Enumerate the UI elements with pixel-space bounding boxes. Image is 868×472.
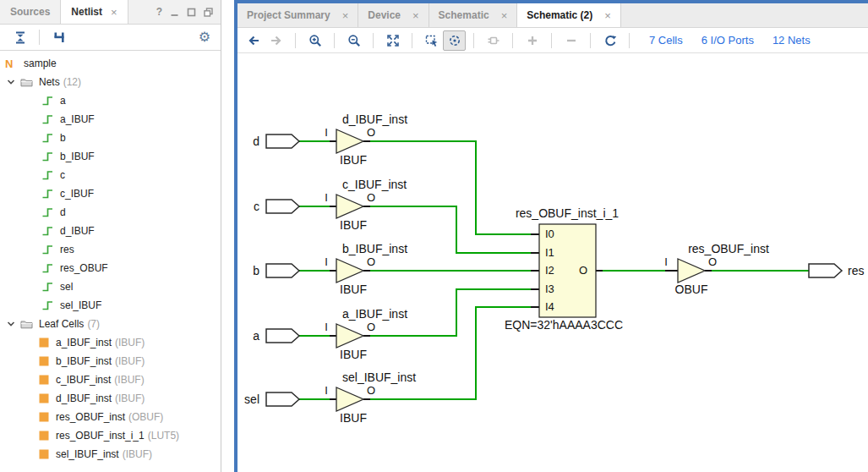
tab-schematic-2[interactable]: Schematic (2) × — [517, 3, 621, 27]
minimize-icon[interactable] — [170, 8, 179, 17]
output-port-res[interactable]: res — [809, 264, 864, 277]
input-port-a[interactable]: a — [253, 329, 299, 343]
tab-label: Schematic (2) — [527, 9, 592, 21]
vivado-window: Sources Netlist × ? — [0, 0, 868, 472]
port-label: b — [253, 264, 259, 277]
close-icon[interactable]: × — [111, 7, 117, 18]
port-label: d — [253, 134, 259, 148]
schematic-canvas[interactable]: d I O d_IBUF_inst IBUF c — [237, 53, 867, 471]
tree-net-c[interactable]: c — [0, 166, 221, 184]
net-label: sel_IBUF — [60, 299, 101, 311]
tree-net-c_IBUF[interactable]: c_IBUF — [0, 184, 221, 203]
zoom-fit-button[interactable] — [381, 30, 404, 51]
add-cell-button-disabled[interactable] — [482, 30, 505, 51]
cell-icon — [39, 449, 49, 459]
tab-netlist[interactable]: Netlist × — [60, 0, 128, 24]
ibuf-gate-sel[interactable]: I O sel_IBUF_inst IBUF — [325, 370, 416, 425]
input-port-d[interactable]: d — [253, 134, 299, 148]
tree-net-d_IBUF[interactable]: d_IBUF — [0, 222, 221, 240]
tree-net-res[interactable]: res — [0, 240, 221, 259]
toolbar-separator — [473, 33, 474, 48]
back-button[interactable] — [242, 30, 265, 51]
pin-label: O — [708, 255, 717, 268]
pin-label: O — [367, 255, 375, 268]
zoom-out-button[interactable] — [342, 30, 365, 51]
ibuf-gate-b[interactable]: I O b_IBUF_inst IBUF — [325, 242, 407, 296]
net-icon — [41, 169, 53, 181]
tree-cell-res_OBUF_inst_i_1[interactable]: res_OBUF_inst_i_1(LUT5) — [0, 426, 221, 445]
tab-device[interactable]: Device × — [358, 3, 429, 27]
autofit-selection-button[interactable] — [443, 30, 466, 51]
tree-net-res_OBUF[interactable]: res_OBUF — [0, 259, 221, 277]
tab-sources[interactable]: Sources — [0, 0, 60, 24]
cell-type-label: IBUF — [340, 283, 367, 296]
close-icon[interactable]: × — [604, 10, 611, 21]
tab-label: Device — [368, 9, 401, 21]
tree-group-leaf-cells[interactable]: Leaf Cells (7) — [0, 315, 221, 333]
cell-icon — [39, 412, 49, 422]
chevron-down-icon[interactable] — [6, 319, 16, 329]
ibuf-gate-d[interactable]: I O d_IBUF_inst IBUF — [325, 113, 407, 167]
toolbar-separator — [590, 33, 591, 48]
tab-schematic[interactable]: Schematic × — [429, 3, 518, 27]
net-icon — [41, 262, 53, 274]
cell-label: sel_IBUF_inst — [56, 448, 119, 460]
instance-label: res_OBUF_inst — [688, 242, 769, 255]
ibuf-gate-c[interactable]: I O c_IBUF_inst IBUF — [325, 178, 407, 232]
tree-cell-c_IBUF_inst[interactable]: c_IBUF_inst(IBUF) — [0, 370, 221, 389]
tree-cell-a_IBUF_inst[interactable]: a_IBUF_inst(IBUF) — [0, 333, 221, 352]
ibuf-gate-a[interactable]: I O a_IBUF_inst IBUF — [325, 307, 407, 361]
tree-node-sample[interactable]: N sample — [0, 54, 221, 73]
chevron-down-icon[interactable] — [6, 77, 16, 87]
io-ports-count-link[interactable]: 6 I/O Ports — [701, 34, 754, 47]
tree-net-a[interactable]: a — [0, 91, 221, 110]
zoom-in-button[interactable] — [303, 30, 326, 51]
close-icon[interactable]: × — [342, 10, 349, 21]
instance-label: c_IBUF_inst — [342, 178, 407, 191]
instance-label: sel_IBUF_inst — [342, 370, 416, 384]
cell-type: (LUT5) — [148, 430, 179, 442]
cell-type: (IBUF) — [123, 448, 152, 460]
tree-net-b_IBUF[interactable]: b_IBUF — [0, 147, 221, 166]
help-icon[interactable]: ? — [156, 6, 162, 18]
tree-cell-d_IBUF_inst[interactable]: d_IBUF_inst(IBUF) — [0, 389, 221, 408]
float-icon[interactable] — [204, 8, 213, 17]
tree-cell-b_IBUF_inst[interactable]: b_IBUF_inst(IBUF) — [0, 352, 221, 370]
obuf-gate[interactable]: I O res_OBUF_inst OBUF — [664, 242, 769, 296]
tree-net-sel_IBUF[interactable]: sel_IBUF — [0, 296, 221, 315]
tree-group-nets[interactable]: Nets (12) — [0, 73, 221, 91]
maximize-icon[interactable] — [187, 8, 196, 17]
close-icon[interactable]: × — [412, 10, 419, 21]
collapse-all-button[interactable] — [8, 27, 31, 47]
plus-button-disabled[interactable] — [521, 30, 543, 51]
zoom-to-selection-button[interactable] — [420, 30, 443, 51]
cells-count-link[interactable]: 7 Cells — [649, 34, 683, 47]
show-hierarchy-button[interactable] — [47, 27, 70, 47]
input-port-sel[interactable]: sel — [244, 392, 299, 406]
tab-project-summary[interactable]: Project Summary × — [237, 3, 358, 27]
tree-net-a_IBUF[interactable]: a_IBUF — [0, 110, 221, 129]
toolbar-separator — [412, 33, 412, 48]
tree-cell-sel_IBUF_inst[interactable]: sel_IBUF_inst(IBUF) — [0, 445, 221, 464]
tree-node-label: sample — [24, 58, 57, 69]
cell-label: res_OBUF_inst — [56, 411, 125, 423]
close-icon[interactable]: × — [501, 10, 508, 21]
input-port-c[interactable]: c — [254, 200, 299, 213]
minus-button-disabled[interactable] — [560, 30, 582, 51]
regenerate-button[interactable] — [598, 30, 621, 51]
forward-button[interactable] — [265, 30, 287, 51]
net-icon — [41, 95, 53, 107]
tree-net-d[interactable]: d — [0, 203, 221, 222]
tree-group-label: Leaf Cells — [39, 318, 84, 330]
toolbar-separator — [512, 33, 513, 48]
input-port-b[interactable]: b — [253, 264, 299, 277]
tree-net-b[interactable]: b — [0, 129, 221, 147]
netlist-panel: Sources Netlist × ? — [0, 0, 221, 472]
nets-count-link[interactable]: 12 Nets — [772, 34, 811, 47]
pin-label: I2 — [545, 264, 554, 277]
tree-net-sel[interactable]: sel — [0, 277, 221, 296]
settings-gear-icon[interactable]: ⚙ — [199, 30, 210, 44]
tree-cell-res_OBUF_inst[interactable]: res_OBUF_inst(OBUF) — [0, 408, 221, 426]
tree-group-count: (12) — [63, 76, 81, 88]
lut5-gate[interactable]: I0 I1 I2 I3 I4 O res_OBUF_inst_i_1 EQN=3… — [505, 206, 623, 332]
